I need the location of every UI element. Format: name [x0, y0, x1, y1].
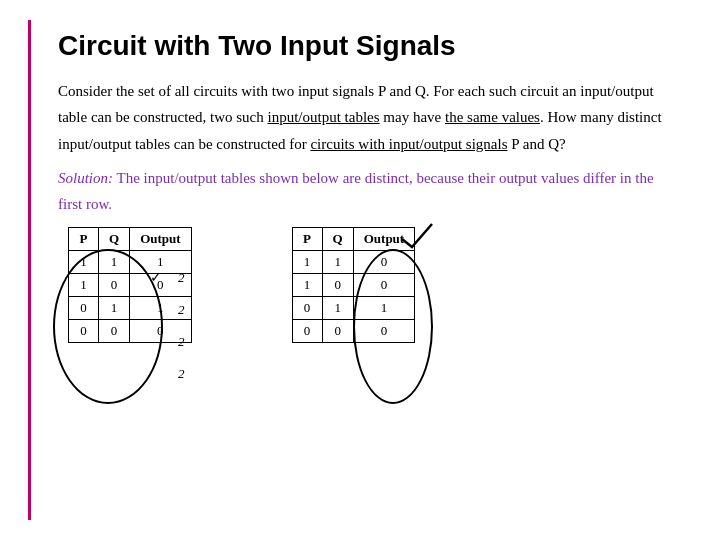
page-title: Circuit with Two Input Signals	[58, 30, 680, 62]
tables-area: ✓ 2 2 2 2 P Q Output	[58, 227, 680, 343]
body-paragraph-1: Consider the set of all circuits with tw…	[58, 78, 680, 157]
table-row: 000	[292, 320, 415, 343]
tick-annotation	[397, 219, 437, 249]
table-2-header-p: P	[292, 228, 322, 251]
solution-paragraph: Solution: The input/output tables shown …	[58, 165, 680, 218]
table-row: 100	[292, 274, 415, 297]
table-row: 011	[292, 297, 415, 320]
table-1-header-q: Q	[99, 228, 130, 251]
table-row: 110	[292, 251, 415, 274]
table-1-header-output: Output	[130, 228, 191, 251]
table-row: 100	[69, 274, 192, 297]
table-1-wrapper: ✓ 2 2 2 2 P Q Output	[68, 227, 192, 343]
table-2-wrapper: P Q Output 110100011000	[292, 227, 416, 343]
table-2-header-q: Q	[322, 228, 353, 251]
table-1: P Q Output 111100011000	[68, 227, 192, 343]
page: Circuit with Two Input Signals Consider …	[0, 0, 720, 540]
table-row: 111	[69, 251, 192, 274]
table-row: 000	[69, 320, 192, 343]
table-row: 011	[69, 297, 192, 320]
main-content: Circuit with Two Input Signals Consider …	[58, 30, 680, 343]
table-1-header-p: P	[69, 228, 99, 251]
svg-text:2: 2	[178, 366, 185, 381]
left-accent-bar	[28, 20, 31, 520]
